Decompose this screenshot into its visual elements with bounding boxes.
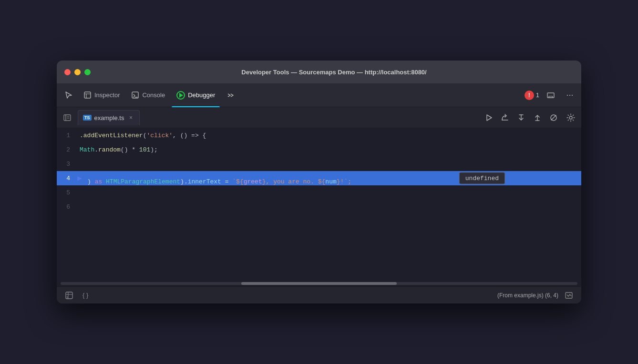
tooltip-text: undefined bbox=[465, 175, 499, 182]
minimize-button[interactable] bbox=[74, 69, 81, 75]
line-number-4: 4 bbox=[57, 175, 76, 182]
source-map-button[interactable] bbox=[562, 289, 576, 302]
resume-icon bbox=[484, 113, 493, 122]
variable-tooltip: undefined bbox=[459, 172, 505, 184]
inspector-tab[interactable]: Inspector bbox=[79, 87, 124, 104]
typescript-badge: TS bbox=[83, 115, 92, 121]
debugger-tab[interactable]: Debugger bbox=[172, 87, 220, 104]
debugger-settings-button[interactable] bbox=[564, 111, 577, 124]
more-tools-button[interactable] bbox=[222, 87, 240, 104]
cursor-tool-button[interactable] bbox=[61, 87, 77, 104]
pretty-print-icon bbox=[65, 291, 73, 300]
step-over-icon bbox=[500, 113, 510, 122]
line-number-5: 5 bbox=[57, 189, 76, 196]
debugger-controls bbox=[482, 111, 560, 124]
devtools-window: Developer Tools — Sourcemaps Demo — http… bbox=[57, 61, 581, 303]
deactivate-breakpoints-button[interactable] bbox=[547, 111, 560, 124]
line-content-1: .addEventListener('click', () => { bbox=[76, 132, 581, 139]
line-number-3: 3 bbox=[57, 161, 76, 168]
code-line-4: 4 ▶ ) as HTMLParagraphElement).innerText… bbox=[57, 171, 581, 185]
file-tabs-bar: TS example.ts × bbox=[57, 107, 581, 128]
line-number-2: 2 bbox=[57, 146, 76, 153]
debugger-label: Debugger bbox=[188, 91, 215, 99]
file-tab-name: example.ts bbox=[94, 114, 124, 121]
line-number-6: 6 bbox=[57, 203, 76, 211]
svg-line-18 bbox=[551, 115, 556, 120]
close-button[interactable] bbox=[64, 69, 71, 75]
responsive-design-button[interactable] bbox=[543, 88, 558, 103]
line-content-2: Math.random() * 101); bbox=[76, 146, 581, 153]
inspector-label: Inspector bbox=[94, 91, 120, 99]
inspector-icon bbox=[83, 91, 92, 99]
step-over-button[interactable] bbox=[498, 111, 512, 124]
svg-marker-11 bbox=[487, 115, 492, 121]
error-icon: ! bbox=[525, 91, 534, 100]
code-editor[interactable]: 1 .addEventListener('click', () => { 2 M… bbox=[57, 128, 581, 281]
cursor-icon bbox=[64, 91, 73, 100]
step-out-button[interactable] bbox=[531, 111, 544, 124]
svg-rect-5 bbox=[547, 93, 554, 98]
pretty-print-button[interactable] bbox=[62, 289, 76, 302]
line-number-1: 1 bbox=[57, 132, 76, 139]
code-line-3: 3 bbox=[57, 157, 581, 171]
svg-rect-0 bbox=[84, 92, 91, 98]
code-line-1: 1 .addEventListener('click', () => { bbox=[57, 128, 581, 142]
window-title: Developer Tools — Sourcemaps Demo — http… bbox=[94, 69, 574, 76]
error-count: 1 bbox=[536, 91, 539, 99]
horizontal-scrollbar[interactable] bbox=[57, 281, 581, 286]
code-line-6: 6 bbox=[57, 200, 581, 214]
file-tab-example-ts[interactable]: TS example.ts × bbox=[78, 110, 140, 125]
svg-rect-6 bbox=[549, 96, 553, 98]
code-empty-space bbox=[57, 214, 581, 281]
title-bar: Developer Tools — Sourcemaps Demo — http… bbox=[57, 61, 581, 83]
scrollbar-track[interactable] bbox=[61, 282, 577, 285]
console-tab[interactable]: Console bbox=[126, 87, 170, 104]
execution-arrow: ▶ bbox=[76, 173, 83, 183]
step-in-icon bbox=[517, 113, 525, 122]
line-content-4: ) as HTMLParagraphElement).innerText = `… bbox=[83, 171, 581, 185]
sources-sidebar-toggle[interactable] bbox=[61, 111, 74, 124]
svg-point-19 bbox=[569, 116, 572, 119]
cursor-location: (From example.js) (6, 4) bbox=[497, 292, 558, 299]
step-in-button[interactable] bbox=[515, 111, 528, 124]
maximize-button[interactable] bbox=[84, 69, 91, 75]
console-label: Console bbox=[142, 91, 165, 99]
sidebar-toggle-icon bbox=[63, 113, 72, 122]
svg-rect-7 bbox=[64, 115, 71, 121]
settings-gear-icon bbox=[566, 113, 575, 122]
devtools-toolbar: Inspector Console Debugger bbox=[57, 83, 581, 107]
responsive-icon bbox=[546, 91, 555, 100]
traffic-lights bbox=[64, 69, 91, 75]
scrollbar-thumb[interactable] bbox=[241, 282, 396, 285]
toolbar-right: ! 1 ··· bbox=[525, 88, 577, 103]
status-left: { } bbox=[62, 289, 91, 302]
code-line-2: 2 Math.random() * 101); bbox=[57, 142, 581, 157]
overflow-menu-button[interactable]: ··· bbox=[562, 88, 577, 103]
step-out-icon bbox=[533, 113, 542, 122]
status-bar: { } (From example.js) (6, 4) bbox=[57, 286, 581, 303]
deactivate-icon bbox=[549, 113, 558, 122]
error-count-wrapper[interactable]: ! 1 bbox=[525, 91, 539, 100]
code-line-5: 5 bbox=[57, 185, 581, 200]
console-icon bbox=[131, 91, 139, 99]
source-map-icon bbox=[565, 291, 573, 300]
svg-rect-20 bbox=[66, 292, 72, 299]
file-close-button[interactable]: × bbox=[127, 114, 134, 121]
chevron-right-double-icon bbox=[226, 91, 235, 100]
debugger-icon bbox=[176, 91, 185, 100]
resume-button[interactable] bbox=[482, 111, 495, 124]
format-code-button[interactable]: { } bbox=[80, 291, 91, 300]
